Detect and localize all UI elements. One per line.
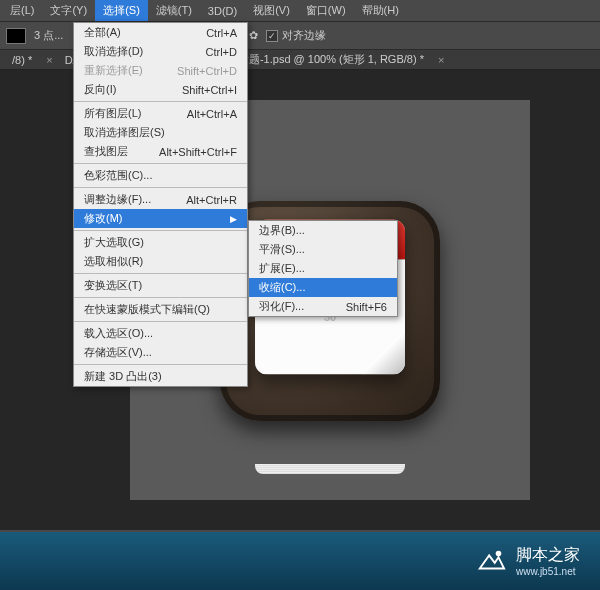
svg-point-4 xyxy=(496,551,502,557)
align-edges-checkbox[interactable]: ✓ 对齐边缘 xyxy=(266,28,326,43)
submenu-item[interactable]: 边界(B)... xyxy=(249,221,397,240)
menu-3d[interactable]: 3D(D) xyxy=(200,2,245,20)
menu-item[interactable]: 重新选择(E)Shift+Ctrl+D xyxy=(74,61,247,80)
menu-item[interactable]: 存储选区(V)... xyxy=(74,343,247,362)
menu-help[interactable]: 帮助(H) xyxy=(354,0,407,21)
menu-item[interactable]: 变换选区(T) xyxy=(74,276,247,295)
menu-select[interactable]: 选择(S) xyxy=(95,0,148,21)
menu-item[interactable]: 反向(I)Shift+Ctrl+I xyxy=(74,80,247,99)
tab-doc3[interactable]: 未标题-1.psd @ 100% (矩形 1, RGB/8) * xyxy=(221,50,430,69)
menu-item[interactable]: 取消选择图层(S) xyxy=(74,123,247,142)
menu-item[interactable]: 取消选择(D)Ctrl+D xyxy=(74,42,247,61)
menu-bar: 层(L) 文字(Y) 选择(S) 滤镜(T) 3D(D) 视图(V) 窗口(W)… xyxy=(0,0,600,22)
align-edges-label: 对齐边缘 xyxy=(282,28,326,43)
menu-filter[interactable]: 滤镜(T) xyxy=(148,0,200,21)
menu-item[interactable]: 选取相似(R) xyxy=(74,252,247,271)
fill-swatch[interactable] xyxy=(6,28,26,44)
checkbox-icon: ✓ xyxy=(266,30,278,42)
menu-item[interactable]: 扩大选取(G) xyxy=(74,233,247,252)
menu-layer[interactable]: 层(L) xyxy=(2,0,42,21)
tab-fragment[interactable]: /8) * xyxy=(6,52,38,68)
submenu-item[interactable]: 扩展(E)... xyxy=(249,259,397,278)
select-menu-dropdown: 全部(A)Ctrl+A取消选择(D)Ctrl+D重新选择(E)Shift+Ctr… xyxy=(73,22,248,387)
close-icon[interactable]: × xyxy=(438,54,444,66)
logo-icon xyxy=(476,546,506,576)
page-curl-icon xyxy=(361,330,405,374)
footer-url: www.jb51.net xyxy=(516,566,580,577)
menu-window[interactable]: 窗口(W) xyxy=(298,0,354,21)
modify-submenu: 边界(B)...平滑(S)...扩展(E)...收缩(C)...羽化(F)...… xyxy=(248,220,398,317)
menu-item[interactable]: 所有图层(L)Alt+Ctrl+A xyxy=(74,104,247,123)
menu-type[interactable]: 文字(Y) xyxy=(42,0,95,21)
footer-watermark: 脚本之家 www.jb51.net xyxy=(0,532,600,590)
calendar-page-stack xyxy=(255,464,405,474)
submenu-item[interactable]: 平滑(S)... xyxy=(249,240,397,259)
close-icon[interactable]: × xyxy=(46,54,52,66)
menu-item[interactable]: 修改(M)▶ xyxy=(74,209,247,228)
menu-item[interactable]: 全部(A)Ctrl+A xyxy=(74,23,247,42)
submenu-item[interactable]: 羽化(F)...Shift+F6 xyxy=(249,297,397,316)
settings-icon[interactable]: ✿ xyxy=(249,29,258,42)
menu-item[interactable]: 在快速蒙版模式下编辑(Q) xyxy=(74,300,247,319)
stroke-width-label: 3 点... xyxy=(34,28,63,43)
menu-item[interactable]: 查找图层Alt+Shift+Ctrl+F xyxy=(74,142,247,161)
menu-item[interactable]: 色彩范围(C)... xyxy=(74,166,247,185)
menu-item[interactable]: 新建 3D 凸出(3) xyxy=(74,367,247,386)
footer-site: 脚本之家 xyxy=(516,545,580,566)
submenu-item[interactable]: 收缩(C)... xyxy=(249,278,397,297)
menu-item[interactable]: 调整边缘(F)...Alt+Ctrl+R xyxy=(74,190,247,209)
menu-view[interactable]: 视图(V) xyxy=(245,0,298,21)
menu-item[interactable]: 载入选区(O)... xyxy=(74,324,247,343)
